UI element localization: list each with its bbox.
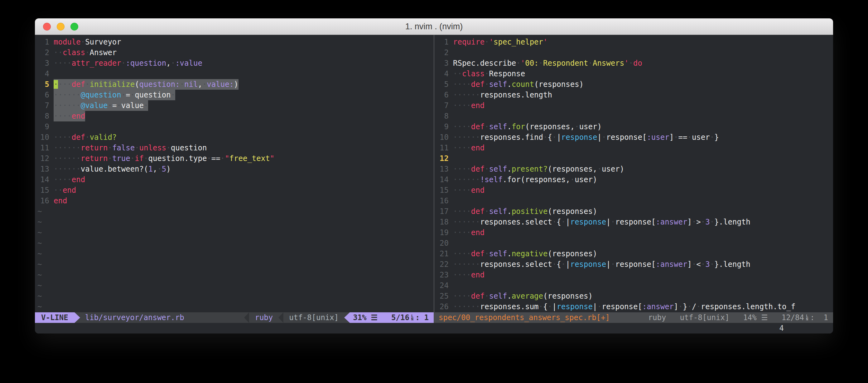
powerline-arrow-icon — [74, 312, 80, 323]
filler-line: ~ — [35, 302, 434, 312]
filler-line: ~ — [35, 206, 434, 217]
code-line[interactable]: 26······responses.sum·{·|response|·respo… — [434, 302, 833, 312]
editor-area: 1module·Surveyor2··class·Answer3····attr… — [35, 35, 833, 312]
colon-separator: : — [415, 312, 420, 323]
line-number: 2 — [35, 47, 49, 58]
code-line[interactable]: 3RSpec.describe·'00:·Respondent·Answers'… — [434, 58, 833, 69]
code-line[interactable]: 11····end — [434, 143, 833, 153]
code-line[interactable]: 8 — [434, 111, 833, 121]
code-line[interactable]: 1module·Surveyor — [35, 37, 434, 47]
powerline-chevron-icon — [278, 312, 283, 323]
right-editor-pane[interactable]: 1require·'spec_helper'23RSpec.describe·'… — [434, 35, 833, 312]
code-line[interactable]: 16 — [434, 196, 833, 206]
line-number: 15 — [434, 185, 448, 196]
tilde-marker: ~ — [37, 238, 42, 248]
code-line[interactable]: 14····end — [35, 174, 434, 185]
filler-line: ~ — [35, 280, 434, 291]
code-line[interactable]: 11······return·false·unless·question — [35, 143, 434, 153]
cursor-block: · — [54, 80, 58, 89]
visual-selection: ····end — [54, 111, 85, 121]
tilde-marker: ~ — [37, 259, 42, 270]
code-line[interactable]: 22······responses.select·{·|response|·re… — [434, 259, 833, 270]
code-line[interactable]: 7····end — [434, 100, 833, 111]
code-line[interactable]: 19····end — [434, 227, 833, 238]
code-line[interactable]: 13····def·self.present?(responses,·user) — [434, 164, 833, 174]
left-editor-pane[interactable]: 1module·Surveyor2··class·Answer3····attr… — [35, 35, 434, 312]
code-line[interactable]: 4··class·Response — [434, 69, 833, 79]
line-number: 16 — [434, 196, 448, 206]
line-number: 7 — [434, 100, 448, 111]
line-number: 1 — [35, 37, 49, 47]
window-title: 1. nvim . (nvim) — [405, 22, 463, 31]
cursor-position: 12/84 — [782, 312, 804, 323]
code-line[interactable]: 6······responses.length — [434, 90, 833, 100]
code-line[interactable]: 6······@question·=·question· — [35, 90, 434, 100]
line-number: 8 — [434, 111, 448, 121]
line-number: 12 — [35, 153, 49, 164]
tilde-marker: ~ — [37, 227, 42, 238]
minimize-button[interactable] — [57, 23, 65, 31]
statusline-row: V-LINE lib/surveyor/answer.rb ruby utf-8… — [35, 312, 833, 323]
code-line[interactable]: 3····attr_reader·:question,·:value — [35, 58, 434, 69]
code-line[interactable]: 5····def·initialize(question:·nil,·value… — [35, 79, 434, 90]
code-line[interactable]: 7······@value·=·value· — [35, 100, 434, 111]
code-line[interactable]: 12 — [434, 153, 833, 164]
code-line[interactable]: 10······responses.find·{·|response|·resp… — [434, 132, 833, 143]
line-number: 18 — [434, 217, 448, 227]
line-number: 4 — [35, 69, 49, 79]
tilde-marker: ~ — [37, 302, 42, 312]
code-line[interactable]: 25····def·self.average(responses) — [434, 291, 833, 302]
code-line[interactable]: 2 — [434, 47, 833, 58]
code-line[interactable]: 8····end — [35, 111, 434, 121]
line-number: 10 — [434, 132, 448, 143]
code-line[interactable]: 9····def·self.for(responses,·user) — [434, 121, 833, 132]
code-line[interactable]: 10····def·valid? — [35, 132, 434, 143]
filler-line: ~ — [35, 270, 434, 280]
encoding-label: utf-8[unix] — [283, 312, 344, 323]
code-line[interactable]: 17····def·self.positive(responses) — [434, 206, 833, 217]
filler-line: ~ — [35, 238, 434, 248]
visual-selection: ······@value·=·value· — [54, 100, 148, 111]
zoom-button[interactable] — [70, 23, 78, 31]
code-line[interactable]: 23····end — [434, 270, 833, 280]
code-line[interactable]: 4 — [35, 69, 434, 79]
line-number: 8 — [35, 111, 49, 121]
close-button[interactable] — [43, 23, 51, 31]
code-line[interactable]: 15····end — [434, 185, 833, 196]
tilde-marker: ~ — [37, 280, 42, 291]
line-number: 19 — [434, 227, 448, 238]
code-line[interactable]: 2··class·Answer — [35, 47, 434, 58]
tilde-marker: ~ — [37, 217, 42, 227]
line-number: 4 — [434, 69, 448, 79]
visual-selection: ······@question·=·question· — [54, 90, 175, 100]
code-line[interactable]: 24 — [434, 280, 833, 291]
line-number: 3 — [434, 58, 448, 69]
line-number: 25 — [434, 291, 448, 302]
line-number: 6 — [434, 90, 448, 100]
code-line[interactable]: 16end — [35, 196, 434, 206]
code-line[interactable]: 14······!self.for(responses,·user) — [434, 174, 833, 185]
column-number: 1 — [824, 312, 828, 323]
line-number: 21 — [434, 248, 448, 259]
line-number: 14 — [434, 174, 448, 185]
traffic-lights — [43, 19, 78, 35]
line-number: 2 — [434, 47, 448, 58]
line-number: 24 — [434, 280, 448, 291]
code-line[interactable]: 21····def·self.negative(responses) — [434, 248, 833, 259]
code-line[interactable]: 9 — [35, 121, 434, 132]
filetype-label: ruby — [648, 312, 666, 323]
line-number: 11 — [35, 143, 49, 153]
command-line[interactable]: 4 — [35, 323, 833, 334]
title-bar[interactable]: 1. nvim . (nvim) — [35, 19, 833, 35]
cursor-position-segment: 12/84 LN : 1 — [782, 312, 828, 323]
code-line[interactable]: 20 — [434, 238, 833, 248]
code-line[interactable]: 15··end — [35, 185, 434, 196]
code-line[interactable]: 12······return·true·if·question.type·==·… — [35, 153, 434, 164]
line-number: 20 — [434, 238, 448, 248]
active-statusline: V-LINE lib/surveyor/answer.rb ruby utf-8… — [35, 312, 434, 323]
code-line[interactable]: 5····def·self.count(responses) — [434, 79, 833, 90]
line-number: 15 — [35, 185, 49, 196]
code-line[interactable]: 18······responses.select·{·|response|·re… — [434, 217, 833, 227]
code-line[interactable]: 13······value.between?(1,·5) — [35, 164, 434, 174]
code-line[interactable]: 1require·'spec_helper' — [434, 37, 833, 47]
